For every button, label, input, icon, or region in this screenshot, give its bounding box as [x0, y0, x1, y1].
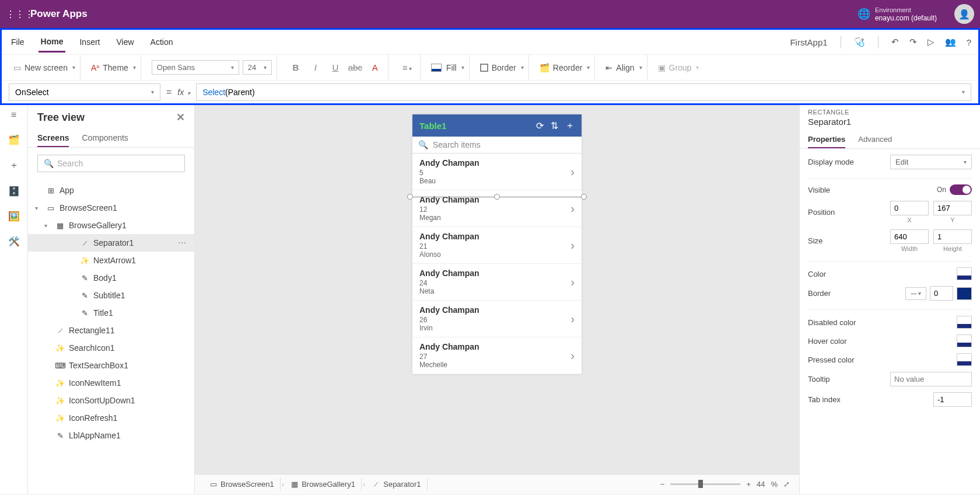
strikethrough-button[interactable]: abc — [347, 62, 363, 72]
width-input[interactable] — [890, 229, 929, 244]
tree-item-iconsortupdown1[interactable]: ✨IconSortUpDown1 — [28, 392, 194, 409]
font-size-select[interactable]: 24▾ — [243, 60, 272, 75]
hover-color-picker[interactable] — [957, 334, 972, 347]
menu-action[interactable]: Action — [148, 33, 176, 51]
theme-button[interactable]: Theme — [103, 63, 128, 72]
list-item[interactable]: Andy Champan26Irvin› — [412, 301, 582, 337]
list-item[interactable]: Andy Champan24Neta› — [412, 264, 582, 301]
tree-item-lblappname1[interactable]: ✎LblAppName1 — [28, 427, 194, 444]
display-mode-select[interactable]: Edit▾ — [890, 155, 972, 169]
align-button[interactable]: Align — [616, 63, 634, 72]
list-item[interactable]: Andy Champan5Beau› — [412, 154, 582, 190]
sort-icon[interactable]: ⇅ — [551, 120, 558, 131]
tree-item-browsegallery1[interactable]: ▾▦BrowseGallery1 — [28, 217, 194, 234]
tree-item-title1[interactable]: ✎Title1 — [28, 304, 194, 322]
props-tab-advanced[interactable]: Advanced — [858, 131, 892, 148]
fit-icon[interactable]: ⤢ — [783, 480, 790, 489]
canvas[interactable]: Table1 ⟳ ⇅ ＋ 🔍 Search items Andy Champan… — [195, 105, 799, 494]
redo-icon[interactable]: ↷ — [909, 37, 917, 47]
tree-item-iconrefresh1[interactable]: ✨IconRefresh1 — [28, 409, 194, 427]
share-icon[interactable]: 👥 — [945, 37, 956, 47]
group-button[interactable]: Group — [669, 63, 692, 72]
play-icon[interactable]: ▷ — [928, 37, 935, 47]
underline-button[interactable]: U — [327, 62, 344, 72]
border-style-select[interactable]: — ▾ — [905, 287, 926, 300]
property-selector[interactable]: OnSelect▾ — [9, 83, 160, 101]
close-icon[interactable]: ✕ — [176, 111, 185, 124]
refresh-icon[interactable]: ⟳ — [536, 120, 544, 131]
chevron-right-icon[interactable]: › — [570, 276, 575, 289]
help-icon[interactable]: ? — [967, 37, 971, 47]
italic-button[interactable]: I — [307, 62, 324, 72]
zoom-out-icon[interactable]: − — [660, 480, 665, 489]
fx-icon[interactable]: fx ▾ — [177, 88, 190, 97]
preview-search[interactable]: 🔍 Search items — [412, 137, 582, 154]
text-align-button[interactable]: ≡▾ — [399, 62, 415, 72]
props-tab-properties[interactable]: Properties — [808, 131, 845, 148]
position-y-input[interactable] — [933, 201, 972, 215]
environment-picker[interactable]: Environment enayu.com (default) — [875, 6, 937, 22]
hamburger-icon[interactable]: ≡ — [11, 110, 16, 120]
reorder-button[interactable]: Reorder — [553, 63, 583, 72]
menu-insert[interactable]: Insert — [77, 33, 102, 51]
tooltip-input[interactable] — [890, 372, 972, 386]
height-input[interactable] — [933, 229, 972, 244]
more-icon[interactable]: ⋯ — [178, 238, 187, 248]
border-width-input[interactable] — [930, 286, 953, 301]
chevron-right-icon[interactable]: › — [570, 165, 575, 179]
chevron-right-icon[interactable]: › — [570, 239, 575, 252]
chevron-right-icon[interactable]: › — [570, 312, 575, 326]
zoom-in-icon[interactable]: + — [746, 480, 751, 489]
menu-home[interactable]: Home — [38, 32, 66, 53]
plus-icon[interactable]: ＋ — [565, 120, 575, 132]
tree-item-separator1[interactable]: ⟋Separator1⋯ — [28, 234, 194, 252]
tree-item-browsescreen1[interactable]: ▾▭BrowseScreen1 — [28, 199, 194, 217]
bold-button[interactable]: B — [288, 62, 304, 72]
border-button[interactable]: Border — [492, 63, 516, 72]
color-picker[interactable] — [957, 267, 972, 280]
visible-toggle[interactable] — [950, 184, 972, 195]
tree-item-iconnewitem1[interactable]: ✨IconNewItem1 — [28, 374, 194, 392]
tree-item-app[interactable]: ⊞App — [28, 182, 194, 199]
position-x-input[interactable] — [890, 201, 929, 215]
data-icon[interactable]: 🗄️ — [8, 186, 20, 197]
tree-item-subtitle1[interactable]: ✎Subtitle1 — [28, 287, 194, 304]
chevron-right-icon[interactable]: › — [570, 202, 575, 215]
breadcrumb-item-screen[interactable]: ▭BrowseScreen1 — [204, 478, 281, 491]
tree-item-rectangle11[interactable]: ⟋Rectangle11 — [28, 322, 194, 339]
tree-item-textsearchbox1[interactable]: ⌨TextSearchBox1 — [28, 357, 194, 374]
pressed-color-picker[interactable] — [957, 353, 972, 366]
tabindex-input[interactable] — [933, 392, 972, 407]
tree-item-searchicon1[interactable]: ✨SearchIcon1 — [28, 339, 194, 357]
breadcrumb-item-gallery[interactable]: ▦BrowseGallery1 — [285, 478, 362, 491]
app-checker-icon[interactable]: 🩺 — [854, 37, 865, 47]
expand-formula-icon[interactable]: ▾ — [962, 89, 965, 95]
formula-input[interactable]: Select(Parent) ▾ — [196, 83, 971, 101]
tree-search-input[interactable]: 🔍 Search — [37, 155, 185, 172]
new-screen-button[interactable]: New screen — [24, 63, 68, 72]
tree-tab-components[interactable]: Components — [82, 130, 128, 147]
zoom-control[interactable]: − + 44 % ⤢ — [660, 480, 790, 489]
tree-tab-screens[interactable]: Screens — [37, 130, 69, 147]
list-item[interactable]: Andy Champan21Alonso› — [412, 227, 582, 264]
insert-icon[interactable]: ＋ — [9, 159, 19, 172]
user-avatar[interactable]: 👤 — [954, 4, 974, 24]
border-color-picker[interactable] — [957, 287, 972, 300]
fill-button[interactable]: Fill — [446, 63, 457, 72]
tree-item-body1[interactable]: ✎Body1 — [28, 269, 194, 287]
font-color-button[interactable]: A — [367, 62, 383, 72]
list-item[interactable]: Andy Champan27Mechelle› — [412, 337, 582, 374]
selection-outline[interactable] — [410, 197, 584, 198]
media-icon[interactable]: 🖼️ — [8, 211, 20, 222]
chevron-right-icon[interactable]: › — [570, 349, 575, 362]
disabled-color-picker[interactable] — [957, 316, 972, 329]
menu-file[interactable]: File — [9, 33, 27, 51]
tree-view-icon[interactable]: 🗂️ — [8, 134, 20, 145]
tree-item-nextarrow1[interactable]: ✨NextArrow1 — [28, 252, 194, 269]
font-family-select[interactable]: Open Sans▾ — [152, 60, 239, 75]
app-launcher-icon[interactable]: ⋮⋮⋮ — [6, 9, 26, 20]
menu-view[interactable]: View — [114, 33, 136, 51]
breadcrumb-item-separator[interactable]: ⟋Separator1 — [366, 478, 427, 491]
tools-icon[interactable]: 🛠️ — [8, 236, 20, 247]
undo-icon[interactable]: ↶ — [891, 37, 899, 47]
